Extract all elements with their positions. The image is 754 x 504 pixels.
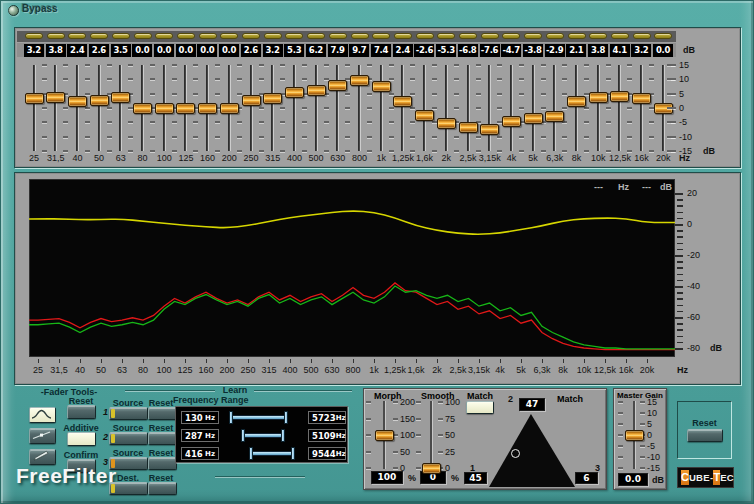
band-select-button[interactable] [416,33,434,39]
band-select-button[interactable] [242,33,260,39]
band-select-button[interactable] [372,33,390,39]
range-slider-bar[interactable] [243,433,283,438]
band-fader-handle[interactable] [328,80,347,91]
band-fader-track[interactable] [98,65,101,151]
band-select-button[interactable] [329,33,347,39]
band-select-button[interactable] [220,33,238,39]
band-fader-handle[interactable] [502,116,521,127]
range-slider-bar[interactable] [251,451,293,456]
fader-reset-button[interactable] [67,405,96,419]
bypass-led[interactable] [8,5,19,16]
band-select-button[interactable] [68,33,86,39]
band-fader-handle[interactable] [415,110,434,121]
band-select-button[interactable] [568,33,586,39]
band-select-button[interactable] [199,33,217,39]
band-fader-handle[interactable] [198,103,217,114]
smooth-slider-track[interactable] [430,401,433,469]
range-slider[interactable] [223,429,306,442]
band-fader-handle[interactable] [567,96,586,107]
learn-source-button[interactable] [109,482,148,495]
band-select-button[interactable] [611,33,629,39]
morph-slider-handle[interactable] [375,430,394,441]
band-fader-handle[interactable] [545,111,564,122]
range-low-handle[interactable] [241,429,245,442]
band-select-button[interactable] [546,33,564,39]
band-select-button[interactable] [112,33,130,39]
bypass-label[interactable]: Bypass [22,4,58,14]
band-fader-handle[interactable] [25,93,44,104]
band-fader-handle[interactable] [632,93,651,104]
band-select-button[interactable] [481,33,499,39]
band-fader-track[interactable] [445,65,448,151]
band-fader-handle[interactable] [111,92,130,103]
band-fader-track[interactable] [618,65,621,151]
band-select-button[interactable] [90,33,108,39]
range-low-handle[interactable] [229,411,233,424]
morph-pad-handle[interactable] [511,449,520,458]
band-fader-track[interactable] [488,65,491,151]
band-fader-track[interactable] [315,65,318,151]
band-select-button[interactable] [394,33,412,39]
bell-curve-tool-button[interactable] [29,407,56,423]
morph-pad-triangle[interactable] [489,414,575,487]
band-fader-handle[interactable] [285,87,304,98]
band-select-button[interactable] [524,33,542,39]
band-fader-track[interactable] [553,65,556,151]
band-fader-track[interactable] [640,65,643,151]
additive-button[interactable] [67,432,96,446]
range-high-handle[interactable] [281,429,285,442]
band-fader-track[interactable] [271,65,274,151]
band-fader-track[interactable] [119,65,122,151]
range-low-handle[interactable] [249,447,253,460]
band-select-button[interactable] [155,33,173,39]
smooth-slider-handle[interactable] [422,463,441,474]
band-fader-handle[interactable] [220,103,239,114]
band-select-button[interactable] [307,33,325,39]
master-gain-handle[interactable] [625,430,644,441]
band-select-button[interactable] [351,33,369,39]
band-fader-track[interactable] [401,65,404,151]
learn-source-button[interactable] [109,407,148,420]
band-select-button[interactable] [25,33,43,39]
band-select-button[interactable] [177,33,195,39]
band-fader-track[interactable] [336,65,339,151]
band-fader-track[interactable] [76,65,79,151]
band-fader-track[interactable] [575,65,578,151]
band-fader-track[interactable] [423,65,426,151]
band-fader-handle[interactable] [459,122,478,133]
band-fader-handle[interactable] [480,124,499,135]
band-select-button[interactable] [633,33,651,39]
band-select-button[interactable] [437,33,455,39]
band-fader-handle[interactable] [46,92,65,103]
band-select-button[interactable] [589,33,607,39]
band-fader-track[interactable] [54,65,57,151]
band-select-button[interactable] [47,33,65,39]
band-fader-handle[interactable] [263,93,282,104]
band-select-button[interactable] [459,33,477,39]
learn-source-button[interactable] [109,457,148,470]
band-fader-track[interactable] [597,65,600,151]
band-fader-track[interactable] [33,65,36,151]
band-fader-handle[interactable] [437,118,456,129]
band-select-button[interactable] [285,33,303,39]
band-fader-handle[interactable] [589,92,608,103]
band-fader-handle[interactable] [393,96,412,107]
band-fader-track[interactable] [532,65,535,151]
band-fader-handle[interactable] [350,75,369,86]
band-fader-handle[interactable] [155,103,174,114]
learn-source-button[interactable] [109,432,148,445]
learn-reset-button[interactable] [148,457,177,470]
band-select-button[interactable] [264,33,282,39]
band-fader-handle[interactable] [90,95,109,106]
band-fader-handle[interactable] [610,91,629,102]
band-select-button[interactable] [502,33,520,39]
range-slider-bar[interactable] [231,415,286,420]
band-fader-track[interactable] [380,65,383,151]
band-fader-track[interactable] [293,65,296,151]
band-fader-track[interactable] [250,65,253,151]
slope-line-tool-button[interactable] [29,428,56,444]
band-fader-handle[interactable] [133,103,152,114]
band-select-button[interactable] [134,33,152,39]
range-high-handle[interactable] [291,447,295,460]
learn-reset-button[interactable] [148,482,177,495]
